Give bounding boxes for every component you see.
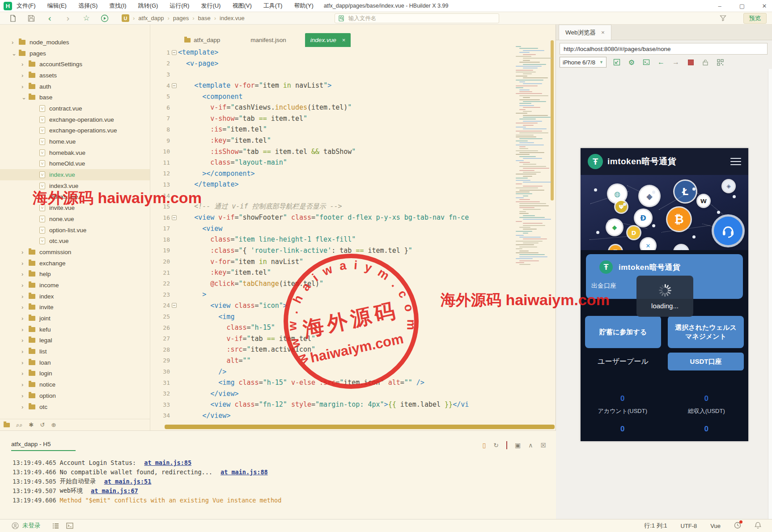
code-area[interactable]: 1−<template>2 <v-page>34− <template v-fo… bbox=[150, 47, 556, 421]
tab-web-browser[interactable]: Web浏览器 × bbox=[559, 25, 611, 40]
console-tab[interactable]: atfx_dapp - H5 bbox=[11, 441, 76, 451]
collapse-icon[interactable]: ∧ bbox=[528, 442, 533, 449]
code-line-25[interactable]: 25 <img bbox=[150, 311, 556, 322]
stop-icon[interactable] bbox=[686, 58, 695, 67]
tree-item-exchange-operation.vue[interactable]: Vexchange-operation.vue bbox=[0, 114, 150, 125]
code-line-13[interactable]: 13 </template> bbox=[150, 179, 556, 190]
stop-icon[interactable] bbox=[506, 442, 507, 449]
code-line-29[interactable]: 29 alt="" bbox=[150, 355, 556, 366]
cursor-position[interactable]: 行:1 列:1 bbox=[644, 522, 667, 530]
plugins-icon[interactable]: ⊕ bbox=[51, 421, 56, 428]
code-line-15[interactable]: 15 <!-- 通过 v-if 控制底部导航栏是否显示 --> bbox=[150, 201, 556, 212]
menu-文件(F)[interactable]: 文件(F) bbox=[17, 2, 36, 10]
tree-item-exchange-operations.vue[interactable]: Vexchange-operations.vue bbox=[0, 125, 150, 136]
code-line-8[interactable]: 8 :is="item.tel" bbox=[150, 124, 556, 135]
preview-button[interactable]: 预览 bbox=[743, 13, 767, 24]
tree-item-joint[interactable]: ›joint bbox=[0, 313, 150, 324]
tree-item-otc[interactable]: ›otc bbox=[0, 401, 150, 413]
close-button[interactable]: ✕ bbox=[761, 3, 768, 9]
maximize-button[interactable]: ▢ bbox=[739, 3, 745, 9]
tree-item-homebak.vue[interactable]: Vhomebak.vue bbox=[0, 147, 150, 158]
tree-item-option-list.vue[interactable]: Voption-list.vue bbox=[0, 225, 150, 236]
tree-item-otc.vue[interactable]: Votc.vue bbox=[0, 235, 150, 247]
code-line-14[interactable]: 14 bbox=[150, 190, 556, 201]
tree-item-index.vue[interactable]: Vindex.vue bbox=[0, 169, 150, 180]
code-line-34[interactable]: 34 </view> bbox=[150, 410, 556, 421]
code-line-22[interactable]: 22 @click="tabChange(item.tel)" bbox=[150, 278, 556, 289]
tree-item-assets[interactable]: ›assets bbox=[0, 70, 150, 81]
code-line-33[interactable]: 33 <view class="fn-12" style="margin-top… bbox=[150, 399, 556, 410]
code-line-16[interactable]: 16− <view v-if="showFooter" class="foote… bbox=[150, 212, 556, 223]
customer-service-button[interactable] bbox=[714, 217, 742, 245]
file-search-input[interactable]: 输入文件名 bbox=[335, 13, 499, 23]
run-button[interactable] bbox=[99, 14, 110, 23]
fold-icon[interactable]: − bbox=[172, 215, 177, 220]
code-line-11[interactable]: 11 class="layout-main" bbox=[150, 157, 556, 168]
fold-icon[interactable]: − bbox=[172, 50, 177, 55]
gear-icon[interactable]: ⚙ bbox=[627, 58, 636, 67]
refresh-icon[interactable]: ↺ bbox=[40, 421, 45, 428]
debug-icon[interactable]: ✱ bbox=[29, 421, 34, 428]
menu-跳转(G)[interactable]: 跳转(G) bbox=[138, 2, 158, 10]
clear-console-icon[interactable]: ☒ bbox=[540, 442, 546, 449]
code-line-7[interactable]: 7 v-show="tab == item.tel" bbox=[150, 113, 556, 124]
tab-manifest-json[interactable]: manifest.json bbox=[245, 33, 292, 47]
history-icon[interactable] bbox=[734, 522, 741, 530]
breadcrumb-project[interactable]: atfx_dapp bbox=[138, 15, 164, 21]
close-browser-tab-icon[interactable]: × bbox=[601, 29, 605, 36]
code-line-32[interactable]: 32 </view> bbox=[150, 388, 556, 399]
breadcrumb-file[interactable]: index.vue bbox=[220, 15, 245, 21]
tree-item-loan[interactable]: ›loan bbox=[0, 357, 150, 368]
join-savings-button[interactable]: 貯蓄に参加する bbox=[585, 316, 661, 348]
list-view-icon[interactable] bbox=[52, 523, 59, 529]
tree-item-none.vue[interactable]: Vnone.vue bbox=[0, 213, 150, 225]
tree-item-commission[interactable]: ›commission bbox=[0, 247, 150, 258]
wealth-management-button[interactable]: 選択されたウェルス マネジメント bbox=[668, 316, 744, 348]
minimap[interactable] bbox=[512, 25, 556, 430]
code-line-27[interactable]: 27 v-if="tab == item.tel" bbox=[150, 333, 556, 344]
resize-icon[interactable] bbox=[612, 58, 621, 67]
tree-item-accountSettings[interactable]: ›accountSettings bbox=[0, 59, 150, 70]
qr-code-icon[interactable] bbox=[716, 58, 725, 67]
lock-icon[interactable] bbox=[701, 58, 710, 67]
code-editor[interactable]: atfx_dapp manifest.json index.vue × 1−<t… bbox=[150, 25, 556, 430]
terminal-icon[interactable] bbox=[66, 523, 73, 529]
tree-item-base[interactable]: ⌄base bbox=[0, 92, 150, 103]
notification-bell-icon[interactable] bbox=[755, 522, 761, 530]
tree-item-legal[interactable]: ›legal bbox=[0, 335, 150, 346]
horizontal-scrollbar[interactable] bbox=[165, 425, 555, 429]
code-line-3[interactable]: 3 bbox=[150, 69, 556, 80]
source-link[interactable]: at main.js:51 bbox=[104, 478, 152, 485]
tree-item-notice[interactable]: ›notice bbox=[0, 379, 150, 390]
tree-item-auth[interactable]: ›auth bbox=[0, 81, 150, 92]
minimize-button[interactable]: – bbox=[717, 3, 723, 9]
device-select[interactable]: iPhone 6/7/8 ▼ bbox=[560, 57, 607, 68]
tab-atfx-dapp[interactable]: atfx_dapp bbox=[179, 33, 225, 47]
code-line-30[interactable]: 30 /> bbox=[150, 366, 556, 377]
tree-item-index[interactable]: ›index bbox=[0, 291, 150, 302]
tree-item-pages[interactable]: ⌄pages bbox=[0, 48, 150, 59]
save-button[interactable] bbox=[26, 14, 37, 23]
screenshot-icon[interactable]: ▣ bbox=[515, 442, 521, 449]
tree-item-income[interactable]: ›income bbox=[0, 280, 150, 291]
browser-forward-icon[interactable]: → bbox=[671, 58, 680, 67]
code-line-1[interactable]: 1−<template> bbox=[150, 47, 556, 58]
code-line-12[interactable]: 12 ></component> bbox=[150, 168, 556, 179]
menu-icon[interactable] bbox=[730, 156, 741, 167]
tree-item-exchange[interactable]: ›exchange bbox=[0, 258, 150, 269]
find-in-files-icon[interactable]: ⌕⌕ bbox=[16, 421, 23, 429]
menu-视图(V)[interactable]: 视图(V) bbox=[232, 2, 251, 10]
source-link[interactable]: at main.js:67 bbox=[91, 487, 138, 494]
code-line-4[interactable]: 4− <template v-for="item in navList"> bbox=[150, 80, 556, 91]
browser-back-icon[interactable]: ← bbox=[657, 58, 666, 67]
encoding[interactable]: UTF-8 bbox=[681, 523, 697, 529]
tree-item-homeOld.vue[interactable]: VhomeOld.vue bbox=[0, 158, 150, 170]
new-file-button[interactable] bbox=[8, 14, 18, 23]
fold-icon[interactable]: − bbox=[172, 83, 177, 88]
code-line-23[interactable]: 23 > bbox=[150, 289, 556, 300]
login-status[interactable]: 未登录 bbox=[22, 522, 41, 530]
tree-item-invite[interactable]: ›invite bbox=[0, 302, 150, 313]
code-line-6[interactable]: 6 v-if="cashViews.includes(item.tel)" bbox=[150, 102, 556, 113]
tree-item-option[interactable]: ›option bbox=[0, 390, 150, 401]
language-mode[interactable]: Vue bbox=[710, 523, 721, 529]
